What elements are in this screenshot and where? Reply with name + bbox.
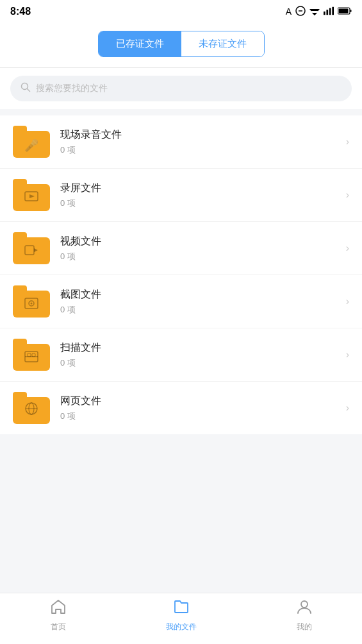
list-item[interactable]: 扫描文件 0 项 › bbox=[0, 328, 362, 382]
folder-icon-scan bbox=[13, 339, 50, 371]
file-name: 截图文件 bbox=[60, 288, 346, 301]
scan-icon bbox=[24, 351, 38, 366]
svg-marker-15 bbox=[29, 194, 35, 198]
a-icon: A bbox=[286, 6, 292, 17]
svg-rect-11 bbox=[339, 9, 349, 13]
svg-rect-10 bbox=[350, 10, 352, 12]
svg-point-20 bbox=[31, 303, 33, 305]
tab-certified[interactable]: 已存证文件 bbox=[99, 31, 181, 56]
file-info: 截图文件 0 项 bbox=[60, 288, 346, 316]
file-count: 0 项 bbox=[60, 411, 346, 422]
svg-line-13 bbox=[28, 89, 30, 92]
file-name: 扫描文件 bbox=[60, 341, 346, 355]
search-icon bbox=[21, 82, 31, 95]
file-count: 0 项 bbox=[60, 198, 346, 209]
file-name: 现场录音文件 bbox=[60, 128, 346, 142]
screenshot-icon bbox=[24, 298, 38, 312]
folder-icon-screen bbox=[13, 179, 50, 211]
file-info: 网页文件 0 项 bbox=[60, 394, 346, 422]
nav-item-myfiles[interactable]: 我的文件 bbox=[166, 598, 197, 632]
status-time: 8:48 bbox=[10, 6, 31, 17]
folder-icon-web bbox=[13, 392, 50, 424]
battery-icon bbox=[338, 6, 352, 17]
minus-circle-icon bbox=[295, 6, 306, 18]
file-count: 0 项 bbox=[60, 304, 346, 316]
list-item[interactable]: 🎤 现场录音文件 0 项 › bbox=[0, 115, 362, 169]
chevron-right-icon: › bbox=[346, 349, 349, 360]
folder-icon-audio: 🎤 bbox=[13, 126, 50, 158]
profile-icon bbox=[296, 598, 313, 619]
svg-rect-7 bbox=[329, 8, 331, 15]
folder-icon-video bbox=[13, 232, 50, 264]
web-icon bbox=[24, 402, 38, 419]
file-info: 现场录音文件 0 项 bbox=[60, 128, 346, 156]
signal-icon bbox=[324, 6, 334, 17]
search-placeholder-text: 搜索您要找的文件 bbox=[36, 83, 108, 94]
list-item[interactable]: 录屏文件 0 项 › bbox=[0, 169, 362, 222]
svg-rect-6 bbox=[326, 10, 328, 15]
chevron-right-icon: › bbox=[346, 296, 349, 307]
svg-rect-5 bbox=[324, 11, 325, 14]
svg-marker-4 bbox=[312, 13, 317, 15]
wifi-icon bbox=[309, 6, 320, 17]
chevron-right-icon: › bbox=[346, 189, 349, 201]
screen-record-icon bbox=[24, 191, 38, 206]
chevron-right-icon: › bbox=[346, 402, 349, 414]
myfiles-icon bbox=[173, 598, 190, 619]
chevron-right-icon: › bbox=[346, 242, 349, 254]
tab-switcher: 已存证文件 未存证文件 bbox=[0, 23, 362, 67]
file-count: 0 项 bbox=[60, 144, 346, 156]
svg-rect-16 bbox=[25, 246, 34, 255]
svg-rect-8 bbox=[332, 6, 334, 14]
video-icon bbox=[24, 244, 38, 259]
list-item[interactable]: 网页文件 0 项 › bbox=[0, 382, 362, 434]
file-count: 0 项 bbox=[60, 357, 346, 369]
search-input-container[interactable]: 搜索您要找的文件 bbox=[10, 76, 352, 101]
file-count: 0 项 bbox=[60, 251, 346, 262]
mic-icon: 🎤 bbox=[24, 139, 38, 153]
list-item[interactable]: 视频文件 0 项 › bbox=[0, 222, 362, 275]
nav-label-profile: 我的 bbox=[297, 622, 312, 632]
file-info: 录屏文件 0 项 bbox=[60, 182, 346, 209]
status-icons: A bbox=[286, 6, 352, 18]
folder-icon-screenshot bbox=[13, 285, 50, 318]
list-item[interactable]: 截图文件 0 项 › bbox=[0, 275, 362, 328]
svg-marker-17 bbox=[34, 248, 38, 252]
nav-item-profile[interactable]: 我的 bbox=[296, 598, 313, 632]
file-name: 录屏文件 bbox=[60, 182, 346, 195]
svg-point-28 bbox=[301, 601, 308, 607]
bottom-nav: 首页 我的文件 我的 bbox=[0, 593, 362, 644]
home-icon bbox=[50, 598, 67, 619]
nav-label-myfiles: 我的文件 bbox=[166, 622, 197, 632]
nav-label-home: 首页 bbox=[51, 622, 66, 632]
status-bar: 8:48 A bbox=[0, 0, 362, 23]
tab-group: 已存证文件 未存证文件 bbox=[98, 31, 265, 57]
tab-uncertified[interactable]: 未存证文件 bbox=[181, 31, 264, 56]
chevron-right-icon: › bbox=[346, 136, 349, 148]
file-list: 🎤 现场录音文件 0 项 › 录屏文件 0 项 › bbox=[0, 115, 362, 434]
search-bar: 搜索您要找的文件 bbox=[0, 68, 362, 109]
file-info: 扫描文件 0 项 bbox=[60, 341, 346, 369]
file-name: 网页文件 bbox=[60, 394, 346, 408]
nav-item-home[interactable]: 首页 bbox=[50, 598, 67, 632]
file-info: 视频文件 0 项 bbox=[60, 235, 346, 262]
file-name: 视频文件 bbox=[60, 235, 346, 248]
